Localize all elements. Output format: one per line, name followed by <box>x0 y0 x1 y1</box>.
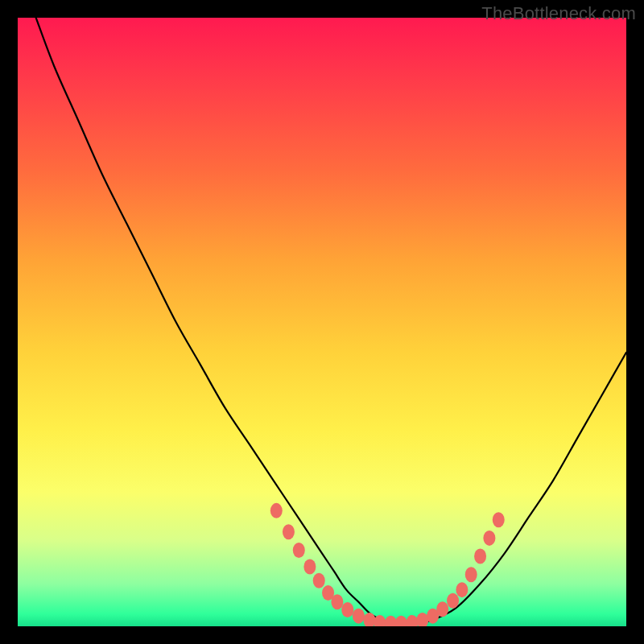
curve-marker <box>416 613 428 626</box>
curve-markers <box>270 503 505 626</box>
curve-marker <box>474 549 486 564</box>
curve-marker <box>353 609 365 624</box>
curve-marker <box>313 573 325 588</box>
curve-marker <box>483 530 495 546</box>
curve-marker <box>447 593 459 609</box>
curve-marker <box>363 613 375 626</box>
curve-marker <box>293 543 305 558</box>
watermark-text: TheBottleneck.com <box>481 3 636 24</box>
bottleneck-curve <box>36 18 626 624</box>
curve-marker <box>270 503 283 518</box>
curve-marker <box>283 524 295 539</box>
curve-marker <box>341 602 353 617</box>
curve-marker <box>436 601 448 617</box>
curve-marker <box>406 615 418 626</box>
curve-marker <box>465 567 477 582</box>
curve-marker <box>493 512 505 527</box>
chart-plot-area <box>18 18 626 626</box>
curve-marker <box>456 582 468 597</box>
curve-marker <box>395 616 407 626</box>
curve-marker <box>331 594 343 609</box>
curve-marker <box>385 616 397 626</box>
curve-marker <box>303 559 316 574</box>
chart-svg <box>18 18 626 626</box>
